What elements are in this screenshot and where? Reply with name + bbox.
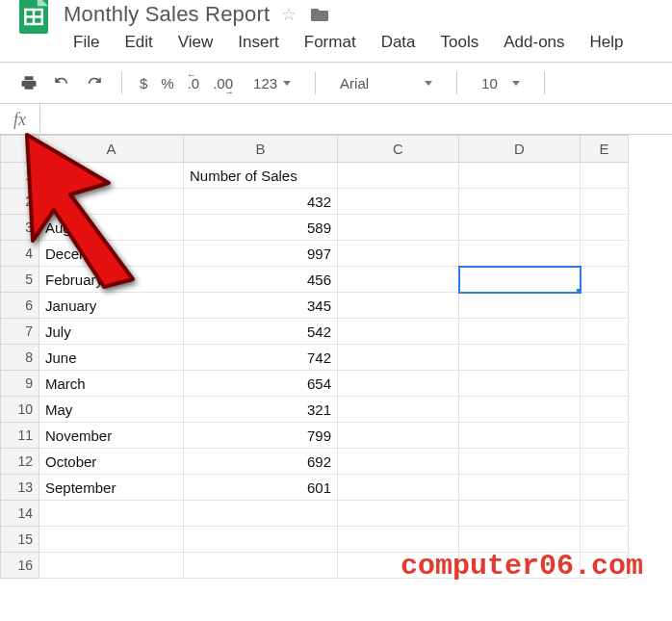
undo-icon[interactable] bbox=[52, 73, 71, 92]
cell-E11[interactable] bbox=[581, 423, 629, 449]
cell-D1[interactable] bbox=[459, 163, 581, 189]
cell-C12[interactable] bbox=[338, 449, 459, 475]
cell-C8[interactable] bbox=[338, 345, 459, 371]
cell-D14[interactable] bbox=[459, 501, 581, 527]
row-header[interactable]: 13 bbox=[1, 475, 39, 501]
print-icon[interactable] bbox=[19, 73, 39, 92]
cell-A12[interactable]: October bbox=[39, 449, 184, 475]
redo-icon[interactable] bbox=[85, 73, 104, 92]
format-percent-button[interactable]: % bbox=[161, 75, 173, 91]
cell-A6[interactable]: January bbox=[39, 293, 184, 319]
column-header-c[interactable]: C bbox=[338, 136, 459, 163]
column-header-b[interactable]: B bbox=[184, 136, 338, 163]
cell-A11[interactable]: November bbox=[39, 423, 184, 449]
cell-B15[interactable] bbox=[184, 527, 338, 553]
cell-A4[interactable]: December bbox=[39, 241, 184, 267]
menu-view[interactable]: View bbox=[178, 33, 214, 52]
cell-A5[interactable]: February bbox=[39, 267, 184, 293]
row-header[interactable]: 16 bbox=[1, 553, 39, 579]
cell-B8[interactable]: 742 bbox=[184, 345, 338, 371]
cell-E12[interactable] bbox=[581, 449, 629, 475]
font-family-dropdown[interactable]: Arial bbox=[333, 71, 439, 95]
cell-A3[interactable]: August bbox=[39, 215, 184, 241]
cell-B5[interactable]: 456 bbox=[184, 267, 338, 293]
cell-B14[interactable] bbox=[184, 501, 338, 527]
menu-edit[interactable]: Edit bbox=[124, 33, 152, 52]
cell-A16[interactable] bbox=[39, 553, 184, 579]
row-header[interactable]: 12 bbox=[1, 449, 39, 475]
font-size-dropdown[interactable]: 10 bbox=[475, 71, 527, 95]
cell-D9[interactable] bbox=[459, 371, 581, 397]
formula-input[interactable] bbox=[40, 104, 672, 134]
menu-data[interactable]: Data bbox=[381, 33, 416, 52]
row-header[interactable]: 5 bbox=[1, 267, 39, 293]
cell-C2[interactable] bbox=[338, 189, 459, 215]
column-header-e[interactable]: E bbox=[581, 136, 629, 163]
cell-B3[interactable]: 589 bbox=[184, 215, 338, 241]
cell-D8[interactable] bbox=[459, 345, 581, 371]
cell-A7[interactable]: July bbox=[39, 319, 184, 345]
cell-A2[interactable]: April bbox=[39, 189, 184, 215]
cell-D15[interactable] bbox=[459, 527, 581, 553]
cell-A15[interactable] bbox=[39, 527, 184, 553]
cell-D11[interactable] bbox=[459, 423, 581, 449]
column-header-a[interactable]: A bbox=[39, 136, 184, 163]
cell-E10[interactable] bbox=[581, 397, 629, 423]
cell-E14[interactable] bbox=[581, 501, 629, 527]
row-header[interactable]: 6 bbox=[1, 293, 39, 319]
cell-D12[interactable] bbox=[459, 449, 581, 475]
menu-insert[interactable]: Insert bbox=[238, 33, 279, 52]
cell-D5[interactable] bbox=[459, 267, 581, 293]
cell-C15[interactable] bbox=[338, 527, 459, 553]
row-header[interactable]: 10 bbox=[1, 397, 39, 423]
cell-C9[interactable] bbox=[338, 371, 459, 397]
cell-D7[interactable] bbox=[459, 319, 581, 345]
cell-B11[interactable]: 799 bbox=[184, 423, 338, 449]
cell-E15[interactable] bbox=[581, 527, 629, 553]
cell-C6[interactable] bbox=[338, 293, 459, 319]
menu-file[interactable]: File bbox=[73, 33, 99, 52]
cell-C4[interactable] bbox=[338, 241, 459, 267]
cell-C14[interactable] bbox=[338, 501, 459, 527]
row-header[interactable]: 11 bbox=[1, 423, 39, 449]
document-title[interactable]: Monthly Sales Report bbox=[64, 2, 270, 27]
cell-A9[interactable]: March bbox=[39, 371, 184, 397]
cell-B9[interactable]: 654 bbox=[184, 371, 338, 397]
cell-E1[interactable] bbox=[581, 163, 629, 189]
cell-B2[interactable]: 432 bbox=[184, 189, 338, 215]
cell-D16[interactable] bbox=[459, 553, 581, 579]
format-currency-button[interactable]: $ bbox=[140, 75, 147, 91]
row-header[interactable]: 8 bbox=[1, 345, 39, 371]
cell-E8[interactable] bbox=[581, 345, 629, 371]
cell-A1[interactable]: Month bbox=[39, 163, 184, 189]
cell-B1[interactable]: Number of Sales bbox=[184, 163, 338, 189]
cell-E7[interactable] bbox=[581, 319, 629, 345]
spreadsheet-grid[interactable]: ABCDE1MonthNumber of Sales2April4323Augu… bbox=[0, 135, 672, 617]
select-all-corner[interactable] bbox=[1, 136, 39, 163]
cell-B13[interactable]: 601 bbox=[184, 475, 338, 501]
row-header[interactable]: 1 bbox=[1, 163, 39, 189]
row-header[interactable]: 14 bbox=[1, 501, 39, 527]
cell-E9[interactable] bbox=[581, 371, 629, 397]
cell-E6[interactable] bbox=[581, 293, 629, 319]
cell-D4[interactable] bbox=[459, 241, 581, 267]
cell-A8[interactable]: June bbox=[39, 345, 184, 371]
cell-C11[interactable] bbox=[338, 423, 459, 449]
cell-E16[interactable] bbox=[581, 553, 629, 579]
cell-B12[interactable]: 692 bbox=[184, 449, 338, 475]
cell-E3[interactable] bbox=[581, 215, 629, 241]
cell-D13[interactable] bbox=[459, 475, 581, 501]
menu-help[interactable]: Help bbox=[590, 33, 624, 52]
cell-D2[interactable] bbox=[459, 189, 581, 215]
menu-tools[interactable]: Tools bbox=[441, 33, 479, 52]
menu-addons[interactable]: Add-ons bbox=[504, 33, 564, 52]
cell-E2[interactable] bbox=[581, 189, 629, 215]
more-formats-dropdown[interactable]: 123 bbox=[246, 71, 297, 95]
cell-A13[interactable]: September bbox=[39, 475, 184, 501]
cell-C10[interactable] bbox=[338, 397, 459, 423]
cell-B16[interactable] bbox=[184, 553, 338, 579]
star-icon[interactable]: ☆ bbox=[281, 4, 297, 25]
row-header[interactable]: 3 bbox=[1, 215, 39, 241]
cell-E4[interactable] bbox=[581, 241, 629, 267]
row-header[interactable]: 4 bbox=[1, 241, 39, 267]
